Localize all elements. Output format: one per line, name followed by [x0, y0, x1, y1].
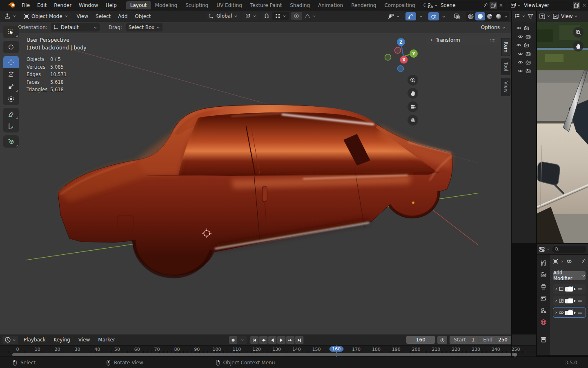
- frame-tick-110[interactable]: 110: [232, 347, 241, 352]
- tool-add-cube[interactable]: [3, 135, 19, 148]
- options-dropdown[interactable]: Options: [479, 23, 508, 31]
- xray-toggle[interactable]: [451, 12, 463, 20]
- transform-panel[interactable]: Transform: [426, 36, 499, 45]
- frame-tick-150[interactable]: 150: [312, 347, 321, 352]
- object-data-icon[interactable]: [552, 258, 558, 264]
- modifier-data-icon[interactable]: [566, 258, 572, 264]
- tab-output[interactable]: [540, 283, 547, 290]
- tool-measure[interactable]: [3, 120, 19, 132]
- show-gizmo-toggle[interactable]: [405, 12, 416, 20]
- eye-icon[interactable]: [518, 34, 523, 39]
- workspace-tab-sculpting[interactable]: Sculpting: [181, 1, 212, 9]
- frame-tick-240[interactable]: 240: [492, 347, 500, 352]
- frame-tick-0[interactable]: 0: [16, 347, 19, 352]
- camera-icon[interactable]: [526, 68, 531, 74]
- outliner-display-mode-dropdown[interactable]: [514, 13, 526, 20]
- menu-marker[interactable]: Marker: [94, 337, 119, 343]
- keying-set-dropdown[interactable]: [238, 336, 246, 344]
- prev-keyframe-button[interactable]: [259, 336, 267, 344]
- pan-view-button[interactable]: [408, 88, 418, 99]
- modifier-row-mirror[interactable]: [553, 296, 586, 305]
- use-preview-range-toggle[interactable]: [437, 336, 447, 344]
- frame-tick-90[interactable]: 90: [194, 347, 200, 352]
- frame-tick-100[interactable]: 100: [213, 347, 221, 352]
- frame-tick-50[interactable]: 50: [114, 347, 120, 352]
- tool-cursor[interactable]: [3, 41, 19, 53]
- frame-tick-30[interactable]: 30: [74, 347, 80, 352]
- outliner-filter-icon[interactable]: [527, 13, 534, 20]
- outliner-row[interactable]: [512, 49, 536, 58]
- drag-setting-dropdown[interactable]: Select Box: [126, 23, 163, 31]
- view-layer-name[interactable]: ViewLayer: [522, 2, 572, 8]
- frame-tick-220[interactable]: 220: [452, 347, 460, 352]
- menu-file[interactable]: File: [18, 2, 33, 8]
- camera-view-button[interactable]: [408, 101, 418, 112]
- sidebar-tab-tool[interactable]: Tool: [501, 58, 510, 75]
- proportional-falloff-dropdown[interactable]: [302, 12, 318, 20]
- modifier-expand-icon[interactable]: [555, 287, 558, 291]
- modifier-row-build[interactable]: [553, 284, 586, 294]
- eye-icon[interactable]: [516, 43, 521, 48]
- panel-expand-icon[interactable]: [430, 38, 433, 42]
- eye-icon[interactable]: [516, 25, 521, 31]
- image-browse-icon[interactable]: [552, 13, 559, 20]
- gizmo-axis-x-neg[interactable]: [395, 47, 401, 54]
- view-layer-selector[interactable]: ViewLayer: [509, 1, 588, 10]
- jump-to-end-button[interactable]: [295, 336, 303, 344]
- frame-tick-40[interactable]: 40: [94, 347, 100, 352]
- outliner-row[interactable]: [512, 24, 536, 32]
- workspace-tab-animation[interactable]: Animation: [314, 1, 347, 9]
- add-modifier-button[interactable]: Add Modifier: [553, 271, 586, 280]
- modifier-drag-grip[interactable]: [578, 299, 582, 303]
- modifier-toggle-cluster[interactable]: [565, 286, 577, 292]
- camera-icon[interactable]: [524, 25, 529, 31]
- region-divider[interactable]: [511, 11, 512, 357]
- modifier-drag-grip[interactable]: [578, 287, 582, 291]
- timeline-scrollbar[interactable]: [12, 353, 516, 356]
- tab-render[interactable]: [540, 272, 547, 278]
- editor-type-3d-viewport[interactable]: [2, 12, 19, 20]
- tab-world[interactable]: [540, 319, 547, 325]
- properties-search-input[interactable]: [552, 246, 586, 253]
- proportional-editing-toggle[interactable]: [291, 12, 302, 20]
- workspace-tab-rendering[interactable]: Rendering: [347, 1, 380, 9]
- outliner[interactable]: [512, 11, 536, 243]
- image-zoom-button[interactable]: [573, 27, 584, 38]
- outliner-row[interactable]: [512, 67, 536, 75]
- frame-tick-210[interactable]: 210: [432, 347, 440, 352]
- tool-annotate[interactable]: [3, 108, 19, 120]
- car-body-mesh[interactable]: [58, 105, 453, 276]
- workspace-tab-modeling[interactable]: Modeling: [151, 1, 182, 9]
- eye-icon[interactable]: [518, 68, 523, 74]
- modifier-expand-icon[interactable]: [555, 299, 558, 303]
- panel-drag-grip[interactable]: [490, 39, 496, 42]
- next-keyframe-button[interactable]: [286, 336, 294, 344]
- frame-tick-160[interactable]: 160: [329, 346, 343, 352]
- play-button[interactable]: [277, 336, 285, 344]
- menu-render[interactable]: Render: [50, 2, 75, 8]
- menu-view[interactable]: View: [73, 13, 92, 19]
- frame-tick-130[interactable]: 130: [272, 347, 281, 352]
- menu-select[interactable]: Select: [92, 13, 114, 19]
- workspace-tab-texture-paint[interactable]: Texture Paint: [246, 1, 286, 9]
- orthographic-toggle-button[interactable]: [408, 115, 418, 126]
- outliner-row[interactable]: [512, 58, 536, 67]
- jump-to-start-button[interactable]: [250, 336, 258, 344]
- eye-icon[interactable]: [518, 60, 523, 65]
- editor-type-properties-dropdown[interactable]: [539, 246, 550, 253]
- pin-icon[interactable]: [483, 2, 488, 8]
- frame-tick-250[interactable]: 250: [512, 347, 520, 352]
- modifier-toggle-cluster[interactable]: [565, 298, 577, 304]
- camera-icon[interactable]: [526, 51, 531, 56]
- menu-add[interactable]: Add: [114, 13, 131, 19]
- menu-window[interactable]: Window: [75, 2, 102, 8]
- frame-tick-230[interactable]: 230: [472, 347, 480, 352]
- menu-view[interactable]: View: [74, 337, 94, 343]
- gizmo-axis-z-neg[interactable]: [398, 66, 404, 72]
- camera-icon[interactable]: [526, 34, 531, 39]
- modifier-drag-grip[interactable]: [578, 311, 582, 314]
- mode-dropdown[interactable]: Object Mode: [21, 12, 71, 21]
- properties-editor[interactable]: Add Modifier: [537, 244, 588, 355]
- sidebar-tab-view[interactable]: View: [501, 78, 510, 96]
- timeline[interactable]: PlaybackKeyingViewMarker 160: [0, 334, 536, 357]
